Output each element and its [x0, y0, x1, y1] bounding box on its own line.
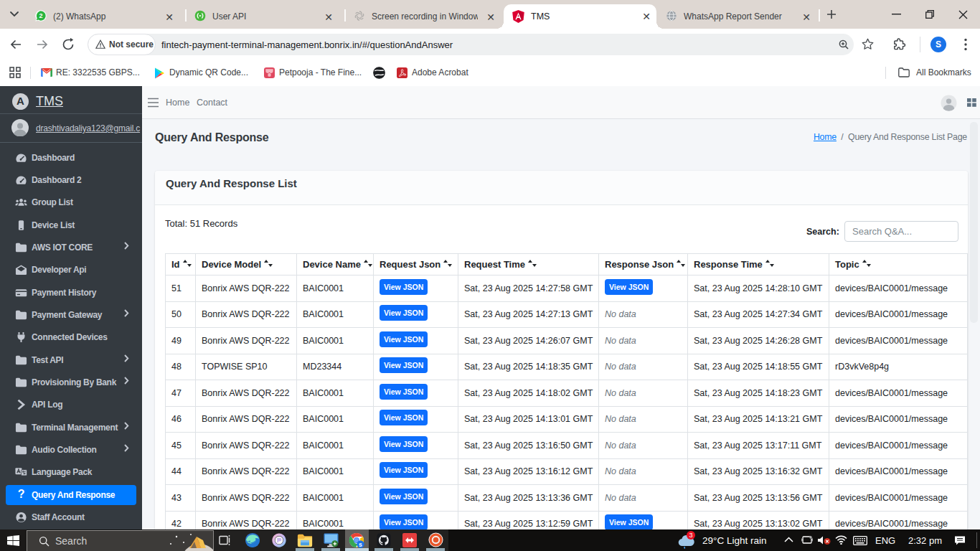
svg-text:2: 2 [39, 12, 42, 19]
svg-text:s: s [359, 541, 362, 548]
